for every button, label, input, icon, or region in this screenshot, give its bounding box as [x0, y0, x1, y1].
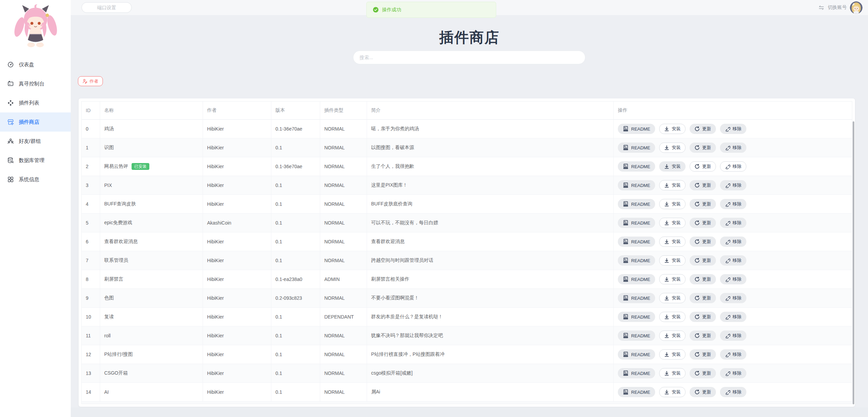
readme-button[interactable]: README: [618, 368, 655, 378]
sidebar-item-console[interactable]: 真寻控制台: [0, 74, 71, 93]
install-button[interactable]: 安装: [659, 349, 686, 360]
download-icon: [664, 314, 669, 320]
readme-button[interactable]: README: [618, 180, 655, 190]
cell-author: HibiKier: [203, 138, 271, 157]
remove-button[interactable]: 移除: [720, 274, 746, 284]
sidebar-item-database[interactable]: 数据库管理: [0, 151, 71, 170]
remove-button[interactable]: 移除: [720, 312, 746, 322]
install-button[interactable]: 安装: [659, 312, 686, 322]
sidebar-item-friends-groups[interactable]: 好友/群组: [0, 132, 71, 151]
plugin-name: roll: [104, 333, 111, 338]
install-button[interactable]: 安装: [659, 387, 686, 397]
cell-author: AkashiCoin: [203, 214, 271, 232]
readme-button[interactable]: README: [618, 237, 655, 247]
avatar[interactable]: [850, 1, 863, 14]
refresh-icon: [694, 277, 700, 282]
author-filter-button[interactable]: 作者: [78, 76, 103, 86]
readme-button[interactable]: README: [618, 218, 655, 228]
readme-label: README: [631, 183, 650, 188]
refresh-icon: [694, 314, 700, 320]
readme-button[interactable]: README: [618, 293, 655, 303]
port-settings-button[interactable]: 端口设置: [81, 2, 132, 13]
update-button[interactable]: 更新: [690, 349, 716, 360]
install-button[interactable]: 安装: [659, 199, 686, 209]
cell-id: 14: [82, 383, 100, 402]
readme-icon: [623, 314, 629, 320]
remove-button[interactable]: 移除: [720, 218, 746, 228]
cell-type: NORMAL: [320, 326, 367, 345]
sidebar-item-system-info[interactable]: 系统信息: [0, 170, 71, 189]
refresh-icon: [694, 201, 700, 207]
update-button[interactable]: 更新: [690, 199, 716, 209]
readme-button[interactable]: README: [618, 274, 655, 284]
remove-button[interactable]: 移除: [720, 143, 746, 153]
update-label: 更新: [702, 295, 711, 301]
readme-button[interactable]: README: [618, 161, 655, 172]
search-input[interactable]: [353, 51, 585, 64]
cell-name: 鸡汤: [100, 120, 203, 138]
sidebar-item-plugin-list[interactable]: 插件列表: [0, 93, 71, 112]
remove-button[interactable]: 移除: [720, 349, 746, 360]
install-button[interactable]: 安装: [659, 255, 686, 266]
readme-button[interactable]: README: [618, 312, 655, 322]
cell-id: 2: [82, 157, 100, 176]
readme-button[interactable]: README: [618, 349, 655, 360]
remove-button[interactable]: 移除: [720, 331, 746, 341]
install-button[interactable]: 安装: [659, 274, 686, 284]
update-button[interactable]: 更新: [690, 180, 716, 190]
remove-button[interactable]: 移除: [720, 124, 746, 134]
update-button[interactable]: 更新: [690, 293, 716, 303]
install-button[interactable]: 安装: [659, 124, 686, 134]
page-title: 插件商店: [71, 28, 868, 47]
cell-version: 0.1-36e70ae: [271, 157, 320, 176]
readme-button[interactable]: README: [618, 331, 655, 341]
install-label: 安装: [672, 201, 681, 207]
update-button[interactable]: 更新: [690, 237, 716, 247]
remove-button[interactable]: 移除: [720, 368, 746, 378]
install-button[interactable]: 安装: [659, 293, 686, 303]
table-row: 2 网易云热评 已安装 HibiKier 0.1-36e70ae NORMAL …: [82, 157, 852, 176]
remove-button[interactable]: 移除: [720, 199, 746, 209]
remove-button[interactable]: 移除: [720, 293, 746, 303]
update-button[interactable]: 更新: [690, 312, 716, 322]
remove-button[interactable]: 移除: [720, 180, 746, 190]
sidebar-item-dashboard[interactable]: 仪表盘: [0, 55, 71, 74]
cell-type: NORMAL: [320, 157, 367, 176]
readme-button[interactable]: README: [618, 255, 655, 266]
update-button[interactable]: 更新: [690, 161, 716, 172]
sidebar-menu: 仪表盘 真寻控制台 插件列表 插件商店: [0, 55, 71, 189]
update-button[interactable]: 更新: [690, 255, 716, 266]
install-button[interactable]: 安装: [659, 161, 686, 172]
cell-name: 色图: [100, 289, 203, 308]
sidebar-item-plugin-store[interactable]: 插件商店: [0, 112, 71, 132]
update-button[interactable]: 更新: [690, 218, 716, 228]
readme-label: README: [631, 296, 650, 301]
table-scrollbar[interactable]: [853, 121, 854, 404]
update-button[interactable]: 更新: [690, 331, 716, 341]
install-button[interactable]: 安装: [659, 143, 686, 153]
cell-description: 不要小看涩图啊混蛋！: [367, 289, 614, 308]
cell-author: HibiKier: [203, 120, 271, 138]
readme-button[interactable]: README: [618, 387, 655, 397]
install-button[interactable]: 安装: [659, 237, 686, 247]
install-button[interactable]: 安装: [659, 180, 686, 190]
install-button[interactable]: 安装: [659, 368, 686, 378]
readme-button[interactable]: README: [618, 199, 655, 209]
readme-button[interactable]: README: [618, 143, 655, 153]
remove-button[interactable]: 移除: [720, 237, 746, 247]
update-button[interactable]: 更新: [690, 274, 716, 284]
update-button[interactable]: 更新: [690, 368, 716, 378]
install-button[interactable]: 安装: [659, 218, 686, 228]
update-button[interactable]: 更新: [690, 143, 716, 153]
install-button[interactable]: 安装: [659, 331, 686, 341]
remove-button[interactable]: 移除: [720, 387, 746, 397]
update-label: 更新: [702, 220, 711, 226]
remove-button[interactable]: 移除: [720, 161, 746, 172]
cell-name: 复读: [100, 308, 203, 326]
remove-button[interactable]: 移除: [720, 255, 746, 266]
update-button[interactable]: 更新: [690, 124, 716, 134]
update-button[interactable]: 更新: [690, 387, 716, 397]
cell-description: 可以不玩，不能没有，每日白嫖: [367, 214, 614, 232]
switch-account-button[interactable]: 切换账号: [818, 0, 863, 15]
readme-button[interactable]: README: [618, 124, 655, 134]
